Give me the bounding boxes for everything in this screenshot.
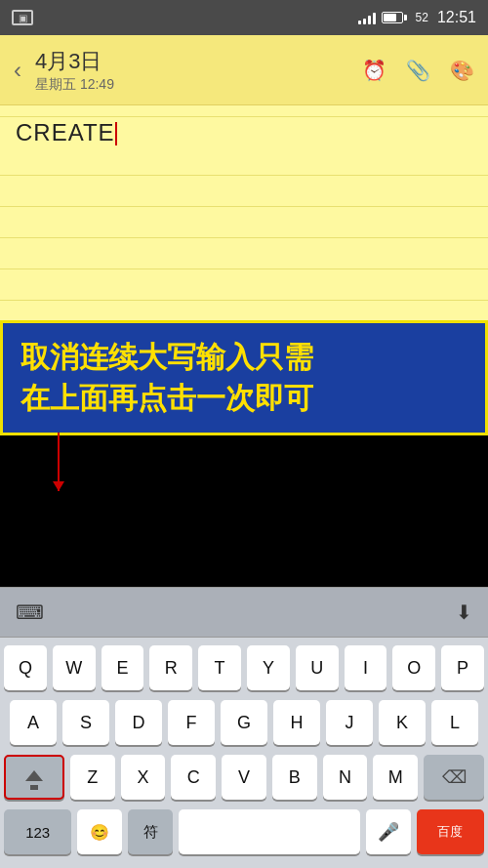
key-e[interactable]: E [102, 645, 144, 690]
notification-icon: ▣ [12, 10, 33, 25]
battery-icon [382, 12, 407, 23]
key-d[interactable]: D [115, 700, 162, 745]
status-left: ▣ [12, 10, 33, 25]
note-date-block: 4月3日 星期五 12:49 [35, 47, 362, 94]
annotation-text: 取消连续大写输入只需 在上面再点击一次即可 [20, 337, 468, 419]
key-o[interactable]: O [392, 645, 435, 690]
text-cursor [115, 122, 117, 145]
key-v[interactable]: V [222, 755, 266, 800]
keyboard-toggle-icon[interactable]: ⌨ [16, 600, 44, 624]
keyboard-area: ⌨ ⬇ Q W E R T Y U I O P A S D F G H J K … [0, 587, 488, 868]
key-y[interactable]: Y [247, 645, 290, 690]
key-z[interactable]: Z [70, 755, 115, 800]
key-f[interactable]: F [168, 700, 215, 745]
alarm-icon[interactable]: ⏰ [362, 59, 386, 82]
key-t[interactable]: T [198, 645, 241, 690]
annotation-banner: 取消连续大写输入只需 在上面再点击一次即可 [0, 320, 488, 435]
note-header: ‹ 4月3日 星期五 12:49 ⏰ 📎 🎨 [0, 35, 488, 105]
delete-icon: ⌫ [442, 766, 467, 788]
header-icons: ⏰ 📎 🎨 [362, 59, 474, 82]
key-x[interactable]: X [121, 755, 166, 800]
key-l[interactable]: L [431, 700, 478, 745]
note-content: CREATE [16, 119, 472, 146]
key-i[interactable]: I [345, 645, 387, 690]
key-r[interactable]: R [149, 645, 192, 690]
key-m[interactable]: M [373, 755, 418, 800]
emoji-key[interactable]: 😊 [77, 809, 122, 854]
baidu-key[interactable]: 百度 [417, 809, 484, 854]
key-row-2: A S D F G H J K L [4, 700, 484, 745]
keyboard-dismiss-icon[interactable]: ⬇ [456, 600, 472, 624]
space-key[interactable] [179, 809, 359, 854]
status-right: 52 12:51 [358, 9, 476, 26]
status-bar: ▣ 52 12:51 [0, 0, 488, 35]
key-g[interactable]: G [221, 700, 267, 745]
key-n[interactable]: N [323, 755, 368, 800]
symbol-key[interactable]: 符 [128, 809, 173, 854]
key-s[interactable]: S [62, 700, 109, 745]
delete-key[interactable]: ⌫ [424, 755, 484, 800]
note-date-main: 4月3日 [35, 47, 362, 76]
battery-percent: 52 [416, 11, 428, 24]
annotation-arrow [58, 433, 60, 491]
keyboard-toolbar: ⌨ ⬇ [0, 587, 488, 638]
key-k[interactable]: K [379, 700, 426, 745]
key-c[interactable]: C [171, 755, 216, 800]
palette-icon[interactable]: 🎨 [450, 59, 474, 82]
note-date-sub: 星期五 12:49 [35, 76, 362, 94]
back-button[interactable]: ‹ [14, 59, 21, 82]
numbers-key[interactable]: 123 [4, 809, 71, 854]
key-u[interactable]: U [296, 645, 339, 690]
key-w[interactable]: W [53, 645, 96, 690]
key-row-4: 123 😊 符 🎤 百度 [4, 809, 484, 854]
mic-key[interactable]: 🎤 [366, 809, 411, 854]
key-q[interactable]: Q [4, 645, 47, 690]
key-row-1: Q W E R T Y U I O P [4, 645, 484, 690]
status-time: 12:51 [437, 9, 476, 26]
key-b[interactable]: B [272, 755, 317, 800]
note-body[interactable]: CREATE [0, 105, 488, 320]
keyboard: Q W E R T Y U I O P A S D F G H J K L [0, 638, 488, 868]
signal-icon [358, 11, 376, 24]
key-row-3: Z X C V B N M ⌫ [4, 755, 484, 800]
key-h[interactable]: H [273, 700, 320, 745]
key-j[interactable]: J [326, 700, 373, 745]
key-a[interactable]: A [10, 700, 57, 745]
shift-key[interactable] [4, 755, 64, 800]
attachment-icon[interactable]: 📎 [406, 59, 430, 82]
key-p[interactable]: P [441, 645, 484, 690]
